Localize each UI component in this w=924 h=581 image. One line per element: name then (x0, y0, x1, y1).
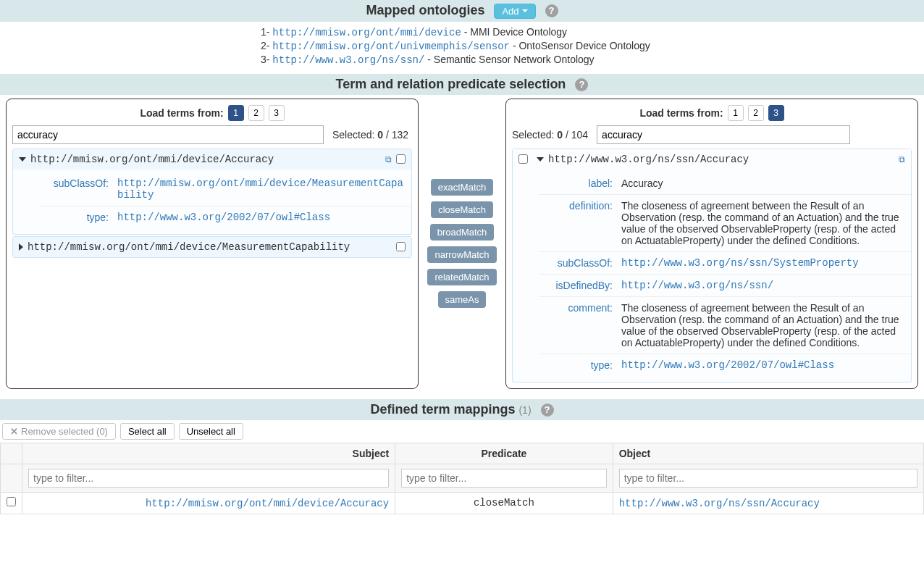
ontology-row: 3- http://www.w3.org/ns/ssn/ - Semantic … (261, 53, 924, 67)
add-ontology-button[interactable]: Add (494, 4, 535, 19)
expand-toggle-icon[interactable] (19, 157, 26, 162)
ontology-tab-2[interactable]: 2 (748, 105, 764, 121)
predicate-narrowmatch-button[interactable]: narrowMatch (427, 246, 496, 263)
ontology-desc: - OntoSensor Device Ontology (513, 40, 650, 51)
remove-selected-button[interactable]: ✕Remove selected (0) (2, 423, 116, 440)
predicate-column: exactMatch closeMatch broadMatch narrowM… (419, 99, 505, 389)
ontology-tab-2[interactable]: 2 (248, 105, 264, 121)
expand-toggle-icon[interactable] (537, 157, 544, 162)
left-term-panel: Load terms from: 1 2 3 Selected: 0 / 132… (6, 99, 419, 389)
term-select-checkbox[interactable] (396, 154, 406, 164)
unselect-all-button[interactable]: Unselect all (179, 423, 243, 440)
ontology-tab-3[interactable]: 3 (768, 105, 784, 121)
object-column-header: Object (613, 443, 923, 464)
predicate-filter-input[interactable] (401, 469, 607, 488)
prop-key-subclassof: subClassOf: (43, 177, 109, 201)
external-link-icon[interactable]: ⧉ (899, 154, 905, 164)
term-item: http://mmisw.org/ont/mmi/device/Accuracy… (12, 149, 412, 235)
object-filter-input[interactable] (619, 469, 917, 488)
prop-val-definition: The closeness of agreement between the R… (621, 200, 907, 246)
prop-val-type[interactable]: http://www.w3.org/2002/07/owl#Class (117, 212, 407, 223)
term-url: http://mmisw.org/ont/mmi/device/Accuracy (30, 154, 381, 165)
mappings-table: Subject Predicate Object http://mmisw.or… (0, 443, 924, 514)
ontology-index: 1- (261, 26, 269, 38)
mapping-object-link[interactable]: http://www.w3.org/ns/ssn/Accuracy (619, 498, 820, 509)
selection-title: Term and relation predicate selection (336, 77, 566, 92)
defined-mappings-title: Defined term mappings (370, 402, 515, 417)
mapping-row-checkbox[interactable] (7, 497, 16, 506)
select-all-button[interactable]: Select all (120, 423, 175, 440)
checkbox-column-header (1, 443, 22, 464)
predicate-relatedmatch-button[interactable]: relatedMatch (427, 269, 496, 285)
help-icon[interactable]: ? (575, 78, 588, 91)
predicate-exactmatch-button[interactable]: exactMatch (431, 179, 493, 196)
subject-filter-input[interactable] (28, 469, 389, 488)
external-link-icon[interactable]: ⧉ (385, 154, 392, 164)
ontology-row: 1- http://mmisw.org/ont/mmi/device - MMI… (261, 25, 924, 39)
term-search-input[interactable] (12, 125, 324, 144)
ontology-tab-3[interactable]: 3 (269, 105, 285, 121)
term-select-checkbox[interactable] (518, 154, 528, 164)
selected-count: Selected: 0 / 104 (512, 129, 588, 141)
term-search-input[interactable] (597, 125, 850, 144)
ontology-desc: - Semantic Sensor Network Ontology (427, 54, 594, 65)
predicate-column-header: Predicate (395, 443, 613, 464)
help-icon[interactable]: ? (541, 404, 554, 417)
defined-mappings-header: Defined term mappings (1) ? (0, 399, 924, 420)
x-icon: ✕ (10, 426, 18, 437)
mapping-predicate: closeMatch (395, 492, 613, 514)
mapping-subject-link[interactable]: http://mmisw.org/ont/mmi/device/Accuracy (146, 498, 389, 509)
prop-val-type[interactable]: http://www.w3.org/2002/07/owl#Class (621, 359, 907, 371)
prop-key-type: type: (43, 212, 109, 223)
term-url: http://www.w3.org/ns/ssn/Accuracy (548, 154, 894, 165)
ontology-index: 3- (261, 54, 269, 65)
load-terms-label: Load terms from: (639, 107, 723, 119)
caret-down-icon (522, 9, 528, 12)
ontology-tab-1[interactable]: 1 (728, 105, 744, 121)
term-url: http://mmisw.org/ont/mmi/device/Measurem… (28, 241, 392, 253)
ontology-link[interactable]: http://mmisw.org/ont/univmemphis/sensor (272, 41, 510, 52)
predicate-closematch-button[interactable]: closeMatch (431, 201, 493, 218)
selected-count: Selected: 0 / 132 (332, 129, 408, 141)
load-terms-label: Load terms from: (140, 107, 223, 119)
expand-toggle-icon[interactable] (19, 243, 23, 251)
mapping-row: http://mmisw.org/ont/mmi/device/Accuracy… (1, 492, 924, 514)
prop-key-type: type: (543, 359, 613, 371)
right-term-panel: Load terms from: 1 2 3 Selected: 0 / 104… (505, 99, 918, 389)
ontology-link[interactable]: http://mmisw.org/ont/mmi/device (272, 27, 461, 38)
term-item: http://www.w3.org/ns/ssn/Accuracy ⧉ labe… (512, 149, 912, 383)
subject-column-header: Subject (22, 443, 395, 464)
mapped-ontologies-header: Mapped ontologies Add ? (0, 0, 924, 22)
prop-key-definition: definition: (543, 200, 613, 246)
ontology-desc: - MMI Device Ontology (464, 26, 567, 38)
prop-val-comment: The closeness of agreement between the R… (621, 302, 907, 348)
prop-key-label: label: (543, 177, 613, 189)
prop-key-subclassof: subClassOf: (543, 257, 613, 269)
add-button-label: Add (502, 6, 518, 17)
prop-key-isdefinedby: isDefinedBy: (543, 280, 613, 291)
predicate-broadmatch-button[interactable]: broadMatch (430, 224, 495, 241)
ontology-link[interactable]: http://www.w3.org/ns/ssn/ (272, 54, 424, 66)
predicate-sameas-button[interactable]: sameAs (438, 291, 487, 308)
ontology-list: 1- http://mmisw.org/ont/mmi/device - MMI… (261, 25, 924, 67)
prop-val-subclassof[interactable]: http://mmisw.org/ont/mmi/device/Measurem… (117, 177, 407, 201)
term-item: http://mmisw.org/ont/mmi/device/Measurem… (12, 236, 412, 258)
help-icon[interactable]: ? (545, 4, 558, 17)
term-select-checkbox[interactable] (396, 242, 406, 251)
mappings-toolbar: ✕Remove selected (0) Select all Unselect… (0, 420, 924, 443)
mappings-count: (1) (518, 404, 531, 416)
prop-val-label: Accuracy (621, 177, 907, 189)
ontology-index: 2- (261, 40, 269, 51)
mapped-ontologies-title: Mapped ontologies (366, 3, 484, 18)
prop-val-isdefinedby[interactable]: http://www.w3.org/ns/ssn/ (621, 280, 907, 291)
selection-header: Term and relation predicate selection ? (0, 74, 924, 95)
prop-key-comment: comment: (543, 302, 613, 348)
prop-val-subclassof[interactable]: http://www.w3.org/ns/ssn/SystemProperty (621, 257, 907, 269)
ontology-tab-1[interactable]: 1 (228, 105, 244, 121)
ontology-row: 2- http://mmisw.org/ont/univmemphis/sens… (261, 39, 924, 53)
